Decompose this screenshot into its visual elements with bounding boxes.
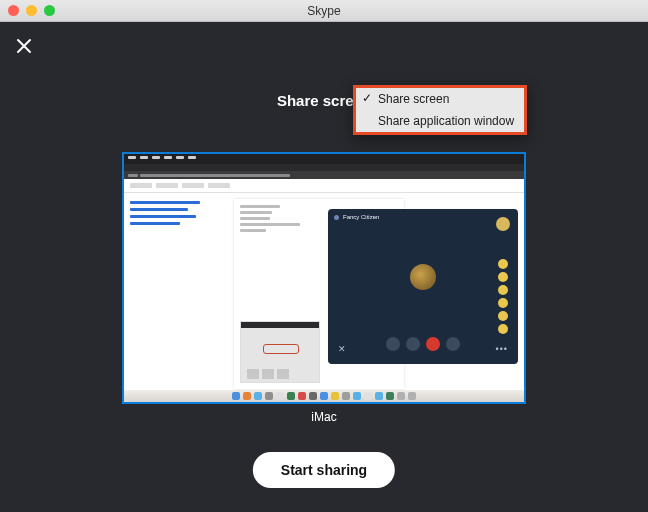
preview-document-app: Fancy Citizen ✕ <box>124 179 524 390</box>
self-video-thumbnail <box>496 217 510 231</box>
preview-browser-tabs <box>124 164 524 171</box>
close-icon <box>16 38 32 54</box>
avatar-icon <box>334 215 339 220</box>
fullscreen-window-icon[interactable] <box>44 5 55 16</box>
screen-preview[interactable]: Fancy Citizen ✕ <box>122 152 526 404</box>
preview-url-bar <box>124 171 524 179</box>
screen-name-label: iMac <box>122 410 526 424</box>
call-controls <box>328 332 518 356</box>
share-icon <box>446 337 460 351</box>
dropdown-option-label: Share screen <box>378 92 449 106</box>
reaction-icon <box>498 311 508 321</box>
reaction-icon <box>498 259 508 269</box>
reaction-icon <box>498 298 508 308</box>
close-button[interactable] <box>14 36 34 56</box>
reaction-icon <box>498 272 508 282</box>
screen-preview-container: Fancy Citizen ✕ <box>122 152 526 424</box>
mic-icon <box>386 337 400 351</box>
dropdown-option-share-screen[interactable]: Share screen <box>356 88 524 110</box>
preview-mac-menubar <box>124 154 524 164</box>
share-screen-panel: Share screen Share screen Share applicat… <box>0 22 648 512</box>
preview-doc-outline <box>130 201 220 229</box>
preview-embedded-screenshot <box>240 321 320 383</box>
preview-skype-call-window: Fancy Citizen ✕ <box>328 209 518 364</box>
dropdown-option-label: Share application window <box>378 114 514 128</box>
share-screen-heading: Share screen <box>0 92 648 109</box>
dropdown-option-share-application-window[interactable]: Share application window <box>356 110 524 132</box>
hangup-icon <box>426 337 440 351</box>
participant-avatar <box>410 264 436 290</box>
window-title: Skype <box>0 4 648 18</box>
reaction-icon <box>498 285 508 295</box>
camera-icon <box>406 337 420 351</box>
reactions-bar <box>498 259 508 334</box>
share-mode-dropdown[interactable]: Share screen Share application window <box>353 85 527 135</box>
minimize-window-icon[interactable] <box>26 5 37 16</box>
more-icon: ••• <box>496 344 508 354</box>
mac-titlebar: Skype <box>0 0 648 22</box>
close-window-icon[interactable] <box>8 5 19 16</box>
window-controls[interactable] <box>8 5 55 16</box>
call-participant-name: Fancy Citizen <box>343 214 379 220</box>
preview-doc-toolbar <box>124 179 524 193</box>
start-sharing-button[interactable]: Start sharing <box>253 452 395 488</box>
preview-mac-dock <box>124 390 524 402</box>
